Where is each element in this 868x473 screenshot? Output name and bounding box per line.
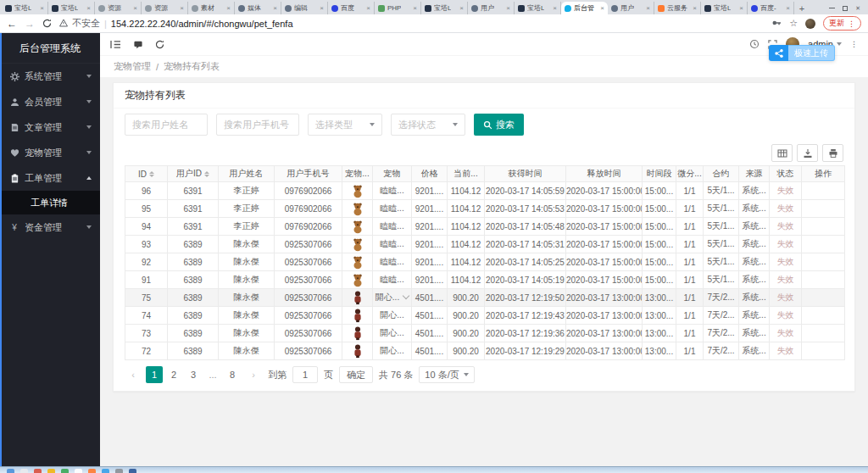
taskbar-icon[interactable] [115, 469, 123, 473]
update-button[interactable]: 更新⋮ [823, 16, 861, 31]
collapse-menu-icon[interactable] [110, 40, 121, 49]
taskbar-icon[interactable] [7, 469, 14, 473]
tab-close-icon[interactable]: × [786, 5, 790, 12]
tab-close-icon[interactable]: × [600, 5, 604, 12]
tab-close-icon[interactable]: × [739, 5, 743, 12]
browser-tab[interactable]: 编辑× [281, 2, 328, 14]
browser-tab[interactable]: 用户× [468, 2, 515, 14]
refresh-page-icon[interactable] [155, 40, 164, 49]
chevron-down-icon[interactable] [403, 292, 409, 299]
browser-tab[interactable]: 用户× [608, 2, 654, 14]
restore-button[interactable] [843, 6, 848, 11]
browser-tab[interactable]: 宝塔L× [515, 2, 561, 14]
browser-tab[interactable]: 宝塔L× [2, 2, 48, 14]
sidebar-item[interactable]: 会员管理 [0, 89, 100, 114]
sidebar-item[interactable]: 文章管理 [0, 114, 100, 140]
browser-tab[interactable]: 百度× [328, 2, 375, 14]
tab-close-icon[interactable]: × [86, 5, 91, 12]
profile-avatar[interactable] [805, 19, 815, 29]
taskbar-icon[interactable] [102, 469, 109, 473]
taskbar-icon[interactable] [129, 469, 136, 473]
column-header[interactable]: ID [125, 166, 168, 182]
monkey-pet-image[interactable] [350, 326, 365, 341]
dog-pet-image[interactable] [350, 272, 365, 287]
sort-icon[interactable] [149, 171, 154, 177]
dog-pet-image[interactable] [350, 236, 365, 252]
tab-close-icon[interactable]: × [226, 5, 231, 12]
tab-close-icon[interactable]: × [180, 5, 184, 12]
tab-close-icon[interactable]: × [320, 5, 324, 12]
column-header[interactable]: 当前... [448, 166, 485, 182]
sidebar-item[interactable]: 工单管理 [0, 165, 100, 191]
taskbar-icon[interactable] [61, 469, 69, 473]
forward-button[interactable]: → [25, 19, 35, 29]
message-icon[interactable] [133, 40, 143, 49]
column-header[interactable]: 状态 [770, 166, 802, 182]
column-header[interactable]: 操作 [802, 166, 845, 182]
key-icon[interactable] [771, 18, 782, 30]
search-phone-input[interactable] [216, 114, 299, 136]
prev-page-button[interactable]: ‹ [125, 366, 142, 383]
browser-tab[interactable]: 宝塔L× [701, 2, 748, 14]
tab-close-icon[interactable]: × [553, 5, 557, 12]
sort-icon[interactable] [204, 171, 209, 177]
column-header[interactable]: 微分... [676, 166, 704, 182]
tab-close-icon[interactable]: × [273, 5, 277, 12]
sidebar-item[interactable]: 宠物管理 [0, 140, 100, 165]
browser-tab[interactable]: 媒体× [235, 2, 281, 14]
browser-tab[interactable]: 宝塔L× [421, 2, 468, 14]
column-header[interactable]: 合约 [704, 166, 739, 182]
monkey-pet-image[interactable] [350, 290, 365, 305]
goto-page-input[interactable] [292, 366, 318, 383]
column-header[interactable]: 用户ID [168, 166, 219, 182]
sidebar-subitem[interactable]: 工单详情 [0, 191, 100, 214]
tab-close-icon[interactable]: × [40, 5, 44, 12]
bookmark-star-icon[interactable]: ☆ [789, 18, 798, 29]
status-select[interactable]: 选择状态 [391, 114, 465, 136]
new-tab-button[interactable]: + [794, 2, 810, 14]
sidebar-item[interactable]: 系统管理 [0, 64, 100, 89]
tab-close-icon[interactable]: × [506, 5, 510, 12]
per-page-select[interactable]: 10 条/页 [419, 366, 474, 383]
breadcrumb-item[interactable]: 宠物管理 [114, 60, 151, 73]
minimize-button[interactable] [829, 8, 835, 8]
browser-tab[interactable]: 宝塔L× [48, 2, 95, 14]
tab-close-icon[interactable]: × [693, 5, 697, 12]
browser-tab[interactable]: 百度-× [748, 2, 794, 14]
page-button[interactable]: 8 [224, 366, 241, 383]
column-header[interactable]: 价格 [412, 166, 448, 182]
windows-taskbar[interactable] [0, 466, 868, 473]
tab-close-icon[interactable]: × [366, 5, 370, 12]
browser-tab[interactable]: 资源× [142, 2, 188, 14]
close-window-button[interactable]: ✕ [855, 5, 860, 11]
column-header[interactable]: 宠物 [373, 166, 412, 182]
page-button[interactable]: 1 [146, 366, 163, 383]
taskbar-icon[interactable] [34, 469, 42, 473]
export-button[interactable] [797, 144, 818, 162]
browser-tab[interactable]: PHP× [375, 2, 421, 14]
search-button[interactable]: 搜索 [474, 114, 524, 136]
column-header[interactable]: 宠物... [342, 166, 373, 182]
monkey-pet-image[interactable] [350, 343, 365, 359]
dog-pet-image[interactable] [350, 201, 365, 216]
monkey-pet-image[interactable] [350, 308, 365, 323]
url-bar[interactable]: 不安全 | 154.222.22.240/admin/#/chongwu/pet… [59, 17, 764, 30]
filter-columns-button[interactable] [771, 144, 793, 162]
clock-icon[interactable] [749, 39, 760, 49]
taskbar-icon[interactable] [47, 469, 55, 473]
page-button[interactable]: 2 [165, 366, 182, 383]
column-header[interactable]: 用户手机号 [275, 166, 342, 182]
next-page-button[interactable]: › [245, 366, 262, 383]
dog-pet-image[interactable] [350, 254, 365, 270]
search-name-input[interactable] [125, 114, 208, 136]
confirm-page-button[interactable]: 确定 [339, 366, 373, 383]
column-header[interactable]: 来源 [739, 166, 770, 182]
browser-tab[interactable]: 素材× [188, 2, 235, 14]
browser-tab[interactable]: 后台管× [561, 2, 608, 14]
browser-tab[interactable]: 云服务× [654, 2, 701, 14]
taskbar-icon[interactable] [20, 469, 28, 473]
print-button[interactable] [822, 144, 843, 162]
taskbar-icon[interactable] [75, 469, 82, 473]
dog-pet-image[interactable] [350, 219, 365, 234]
page-button[interactable]: 3 [185, 366, 202, 383]
